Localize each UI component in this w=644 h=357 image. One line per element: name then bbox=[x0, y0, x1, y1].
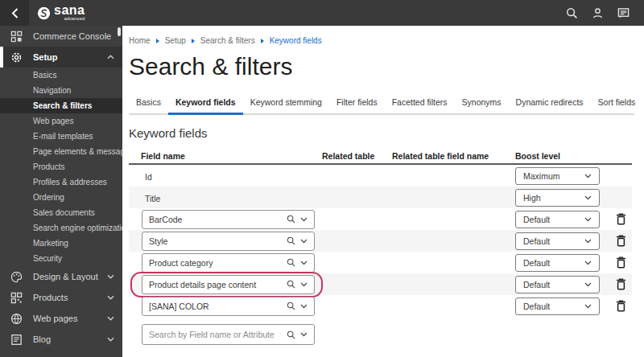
tab-filter-fields[interactable]: Filter fields bbox=[329, 97, 385, 113]
boost-level-select[interactable]: Maximum bbox=[515, 167, 600, 185]
field-name-text: Title bbox=[129, 194, 160, 203]
main-content: HomeSetupSearch & filtersKeyword fields … bbox=[122, 26, 644, 357]
boost-level-value: High bbox=[523, 193, 541, 203]
table-body: IdMaximumTitleHighDefaultDefaultDefaultD… bbox=[129, 165, 632, 317]
chevron-down-icon[interactable] bbox=[300, 304, 308, 309]
topbar-actions bbox=[565, 6, 644, 19]
blog-icon bbox=[10, 333, 23, 346]
sidebar-subitem-security[interactable]: Security bbox=[0, 251, 122, 266]
field-search-combobox[interactable] bbox=[142, 324, 315, 345]
logo-subtext: advanced bbox=[64, 16, 85, 22]
tab-dynamic-redirects[interactable]: Dynamic redirects bbox=[509, 97, 591, 113]
table-row-title: TitleHigh bbox=[129, 187, 632, 208]
field-combobox[interactable] bbox=[142, 253, 315, 273]
boost-level-select[interactable]: Default bbox=[515, 276, 600, 293]
boost-level-select[interactable]: Default bbox=[515, 211, 600, 228]
field-combobox[interactable] bbox=[142, 275, 315, 294]
sidebar-subitem-products[interactable]: Products bbox=[0, 159, 122, 174]
chevron-down-icon[interactable] bbox=[300, 239, 308, 244]
chevron-down-icon bbox=[106, 314, 114, 322]
sidebar-subitem-ordering[interactable]: Ordering bbox=[0, 190, 122, 205]
field-combobox-input[interactable] bbox=[149, 258, 287, 268]
trash-icon bbox=[616, 213, 626, 225]
tab-keyword-fields[interactable]: Keyword fields bbox=[168, 97, 243, 113]
boost-level-select[interactable]: Default bbox=[515, 232, 600, 250]
sidebar-subitem-basics[interactable]: Basics bbox=[0, 68, 122, 83]
sidebar-nav: Commerce ConsoleSetupBasicsNavigationSea… bbox=[0, 26, 122, 357]
section-heading: Keyword fields bbox=[129, 126, 634, 140]
breadcrumb-arrow-icon bbox=[261, 39, 264, 43]
field-combobox-input[interactable] bbox=[149, 215, 287, 224]
field-combobox-input[interactable] bbox=[149, 302, 287, 311]
chevron-down-icon[interactable] bbox=[300, 217, 308, 222]
palette-icon bbox=[10, 270, 23, 283]
tab-synonyms[interactable]: Synonyms bbox=[455, 97, 509, 113]
sidebar-item-commerce-console[interactable]: Commerce Console bbox=[0, 26, 122, 47]
boost-level-select[interactable]: Default bbox=[515, 254, 600, 272]
sidebar-item-design-layout[interactable]: Design & Layout bbox=[0, 266, 122, 287]
field-combobox[interactable] bbox=[142, 210, 315, 229]
delete-button[interactable] bbox=[613, 233, 629, 249]
sidebar-item-customers[interactable]: Customers bbox=[0, 350, 122, 357]
sidebar-item-label: Blog bbox=[33, 334, 106, 344]
table-row-sana-color: Default bbox=[129, 295, 632, 317]
chevron-down-icon bbox=[584, 174, 592, 178]
field-combobox[interactable] bbox=[142, 297, 315, 316]
chat-icon[interactable] bbox=[617, 6, 630, 19]
back-button[interactable] bbox=[0, 0, 29, 26]
boost-level-select[interactable]: Default bbox=[515, 298, 600, 315]
tab-basics[interactable]: Basics bbox=[129, 97, 168, 113]
sidebar-item-products[interactable]: Products bbox=[0, 287, 122, 308]
field-combobox[interactable] bbox=[142, 232, 315, 251]
boost-level-select[interactable]: High bbox=[515, 189, 600, 207]
chevron-down-icon[interactable] bbox=[300, 282, 308, 287]
sidebar-subitem-search-engine-optimization[interactable]: Search engine optimization bbox=[0, 220, 122, 236]
table-row-style: Default bbox=[129, 230, 632, 252]
field-search-input[interactable] bbox=[149, 330, 287, 339]
breadcrumb-link-setup[interactable]: Setup bbox=[165, 36, 186, 45]
sidebar-subitem-e-mail-templates[interactable]: E-mail templates bbox=[0, 129, 122, 144]
breadcrumb-link-search-filters[interactable]: Search & filters bbox=[200, 36, 255, 45]
add-field-search-row bbox=[129, 324, 632, 345]
tab-sort-fields[interactable]: Sort fields bbox=[591, 97, 643, 113]
chevron-down-icon[interactable] bbox=[300, 332, 308, 337]
field-combobox-input[interactable] bbox=[149, 236, 287, 246]
magnifier-icon bbox=[287, 302, 295, 310]
tab-facetted-filters[interactable]: Facetted filters bbox=[385, 97, 455, 113]
sidebar-item-label: Commerce Console bbox=[33, 31, 114, 41]
delete-button[interactable] bbox=[613, 298, 629, 314]
breadcrumb-link-home[interactable]: Home bbox=[129, 36, 151, 45]
sana-logo: sana advanced bbox=[37, 5, 85, 22]
chevron-down-icon bbox=[106, 335, 114, 343]
table-row-product-category: Default bbox=[129, 252, 632, 273]
sidebar-subitem-sales-documents[interactable]: Sales documents bbox=[0, 205, 122, 220]
breadcrumb-arrow-icon bbox=[192, 39, 195, 43]
breadcrumb-current: Keyword fields bbox=[270, 36, 322, 45]
breadcrumb-arrow-icon bbox=[156, 39, 159, 43]
sidebar-item-web-pages[interactable]: Web pages bbox=[0, 308, 122, 329]
delete-button[interactable] bbox=[613, 255, 629, 271]
sidebar-subitem-marketing[interactable]: Marketing bbox=[0, 236, 122, 251]
sidebar-subitem-search-filters[interactable]: Search & filters bbox=[0, 98, 122, 113]
tab-keyword-stemming[interactable]: Keyword stemming bbox=[243, 97, 329, 113]
sidebar-subitem-web-pages[interactable]: Web pages bbox=[0, 113, 122, 129]
magnifier-icon bbox=[287, 236, 295, 245]
trash-icon bbox=[616, 235, 626, 247]
chevron-down-icon bbox=[584, 282, 592, 287]
sidebar-item-label: Web pages bbox=[33, 314, 106, 323]
chevron-down-icon bbox=[106, 293, 114, 302]
globe-icon bbox=[10, 312, 23, 325]
search-icon[interactable] bbox=[565, 6, 578, 19]
sidebar-item-blog[interactable]: Blog bbox=[0, 329, 122, 350]
user-icon[interactable] bbox=[591, 6, 604, 19]
chevron-down-icon[interactable] bbox=[300, 261, 308, 265]
sidebar-subitem-profiles-addresses[interactable]: Profiles & addresses bbox=[0, 174, 122, 190]
delete-button[interactable] bbox=[613, 277, 629, 293]
gear-icon bbox=[10, 51, 23, 64]
delete-button[interactable] bbox=[613, 211, 629, 228]
field-combobox-input[interactable] bbox=[149, 280, 287, 289]
sidebar-subitem-page-elements-messages[interactable]: Page elements & messages bbox=[0, 144, 122, 159]
sidebar-item-setup[interactable]: Setup bbox=[0, 47, 122, 68]
table-row-id: IdMaximum bbox=[129, 165, 632, 187]
sidebar-subitem-navigation[interactable]: Navigation bbox=[0, 83, 122, 98]
